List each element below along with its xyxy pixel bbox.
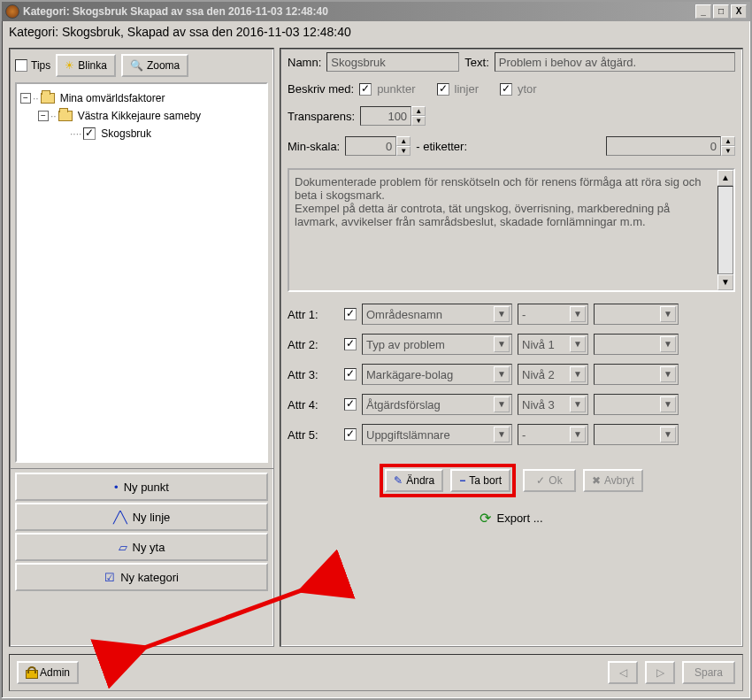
ytor-checkbox[interactable]	[500, 83, 512, 96]
prev-button[interactable]: ◁	[608, 661, 638, 684]
linjer-checkbox[interactable]	[437, 83, 449, 96]
text-label: Text:	[464, 56, 488, 69]
left-toolbar: Tips ☀ Blinka 🔍 Zooma	[10, 49, 273, 82]
namn-label: Namn:	[288, 56, 321, 69]
chevron-down-icon: ▼	[660, 366, 676, 382]
tree-collapse-icon[interactable]: −	[20, 93, 31, 104]
attr-row-4: Attr 4: Åtgärdsförslag▼ Nivå 3▼ ▼	[280, 391, 742, 418]
attr4-level-select[interactable]: Nivå 3▼	[518, 394, 588, 415]
chevron-down-icon: ▼	[570, 306, 586, 322]
spin-down-icon[interactable]: ▼	[721, 146, 735, 156]
attr3-checkbox[interactable]	[344, 368, 357, 381]
attr1-extra-select[interactable]: ▼	[594, 304, 679, 325]
spin-up-icon[interactable]: ▲	[396, 136, 411, 146]
attr3-name-select[interactable]: Markägare-bolag▼	[362, 364, 512, 385]
folder-icon	[58, 111, 73, 121]
chevron-down-icon: ▼	[570, 427, 586, 442]
scroll-down-icon[interactable]: ▼	[717, 274, 733, 290]
chevron-down-icon: ▼	[494, 366, 510, 382]
etiketter-label: - etiketter:	[416, 140, 467, 153]
attr2-extra-select[interactable]: ▼	[594, 334, 679, 355]
scroll-track[interactable]	[717, 186, 733, 274]
attr1-level-select[interactable]: -▼	[518, 304, 588, 325]
app-icon	[5, 4, 19, 19]
export-link[interactable]: Export ...	[496, 512, 542, 525]
new-line-button[interactable]: ╱╲ Ny linje	[15, 503, 268, 531]
scroll-up-icon[interactable]: ▲	[717, 170, 733, 186]
chevron-down-icon: ▼	[494, 306, 510, 322]
sun-icon: ☀	[65, 59, 74, 72]
attr4-checkbox[interactable]	[344, 398, 357, 411]
minimize-button[interactable]: _	[695, 4, 711, 19]
chevron-down-icon: ▼	[660, 396, 676, 412]
attr5-extra-select[interactable]: ▼	[594, 424, 679, 445]
attr2-checkbox[interactable]	[344, 338, 357, 350]
minus-icon: −	[459, 474, 465, 487]
attr3-level-select[interactable]: Nivå 2▼	[518, 364, 588, 385]
folder-icon	[41, 93, 55, 104]
tree-root[interactable]: − ·· Mina omvärldsfaktorer	[20, 89, 263, 107]
line-icon: ╱╲	[113, 511, 127, 524]
spin-up-icon[interactable]: ▲	[721, 136, 735, 146]
attr1-name-select[interactable]: Områdesnamn▼	[362, 304, 512, 325]
spara-button[interactable]: Spara	[682, 661, 735, 684]
description-box: Dokumenterade problem för renskötseln oc…	[288, 168, 735, 292]
spin-up-icon[interactable]: ▲	[411, 106, 426, 116]
text-input[interactable]	[495, 52, 735, 72]
category-tree[interactable]: − ·· Mina omvärldsfaktorer − ·· Västra K…	[15, 82, 268, 463]
transparens-label: Transparens:	[288, 110, 355, 123]
zoom-icon: 🔍	[130, 59, 143, 72]
attr4-name-select[interactable]: Åtgärdsförslag▼	[362, 394, 512, 415]
attr5-level-select[interactable]: -▼	[518, 424, 588, 445]
attr2-level-select[interactable]: Nivå 1▼	[518, 334, 588, 355]
attr-row-1: Attr 1: Områdesnamn▼ -▼ ▼	[280, 301, 742, 327]
arrow-right-icon: ▷	[656, 666, 664, 679]
blinka-button[interactable]: ☀ Blinka	[56, 54, 116, 77]
next-button[interactable]: ▷	[645, 661, 675, 684]
tabort-button[interactable]: − Ta bort	[450, 469, 510, 492]
admin-button[interactable]: Admin	[17, 661, 79, 684]
ok-button[interactable]: ✓ Ok	[523, 469, 576, 492]
attr-row-5: Attr 5: Uppgiftslämnare▼ -▼ ▼	[280, 421, 742, 448]
close-button[interactable]: X	[731, 4, 747, 19]
attr-row-3: Attr 3: Markägare-bolag▼ Nivå 2▼ ▼	[280, 361, 742, 388]
cancel-icon: ✖	[592, 474, 601, 487]
tips-checkbox[interactable]: Tips	[15, 54, 50, 77]
lock-icon	[26, 666, 36, 679]
refresh-icon: ⟳	[480, 510, 491, 527]
avbryt-button[interactable]: ✖ Avbryt	[583, 469, 643, 492]
tree-leaf-checkbox[interactable]	[83, 127, 96, 140]
description-text[interactable]: Dokumenterade problem för renskötseln oc…	[289, 170, 717, 290]
etiketter-spinner[interactable]: ▲▼	[606, 136, 735, 156]
checklist-icon: ☑	[104, 571, 115, 584]
highlight-annotation: ✎ Ändra − Ta bort	[380, 464, 516, 497]
new-point-button[interactable]: • Ny punkt	[15, 473, 268, 501]
attr3-extra-select[interactable]: ▼	[594, 364, 679, 385]
attr5-name-select[interactable]: Uppgiftslämnare▼	[362, 424, 512, 445]
point-icon: •	[114, 481, 119, 494]
chevron-down-icon: ▼	[660, 336, 676, 352]
punkter-checkbox[interactable]	[359, 83, 372, 96]
new-category-button[interactable]: ☑ Ny kategori	[15, 563, 268, 591]
chevron-down-icon: ▼	[570, 336, 586, 352]
chevron-down-icon: ▼	[494, 396, 510, 412]
new-area-button[interactable]: ▱ Ny yta	[15, 533, 268, 561]
attr1-checkbox[interactable]	[344, 308, 357, 320]
tree-leaf[interactable]: ···· Skogsbruk	[20, 125, 263, 142]
namn-input[interactable]	[326, 52, 459, 72]
transparens-spinner[interactable]: ▲▼	[360, 106, 426, 126]
attr5-checkbox[interactable]	[344, 428, 357, 441]
tree-collapse-icon[interactable]: −	[38, 111, 49, 121]
attr2-name-select[interactable]: Typ av problem▼	[362, 334, 512, 355]
minskala-label: Min-skala:	[288, 140, 340, 153]
spin-down-icon[interactable]: ▼	[396, 146, 411, 156]
minskala-spinner[interactable]: ▲▼	[345, 136, 411, 156]
andra-button[interactable]: ✎ Ändra	[385, 469, 443, 492]
attr4-extra-select[interactable]: ▼	[594, 394, 679, 415]
tree-child[interactable]: − ·· Västra Kikkejaure sameby	[20, 107, 263, 125]
beskriv-label: Beskriv med:	[288, 82, 354, 96]
zooma-button[interactable]: 🔍 Zooma	[121, 54, 188, 77]
chevron-down-icon: ▼	[494, 427, 510, 442]
spin-down-icon[interactable]: ▼	[411, 116, 426, 126]
maximize-button[interactable]: □	[713, 4, 729, 19]
